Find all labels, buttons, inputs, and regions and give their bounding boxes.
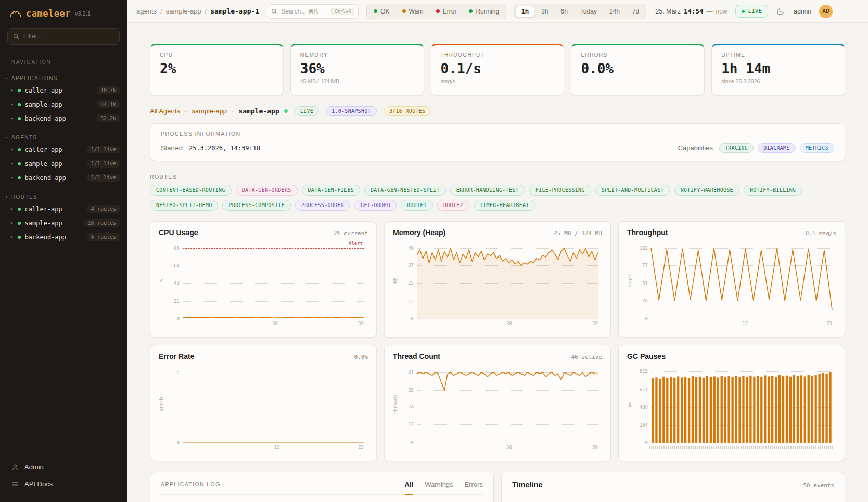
section-label: AGENTS <box>11 135 37 140</box>
status-dot <box>402 9 406 13</box>
route-pill-get-order[interactable]: GET-ORDER <box>354 200 397 211</box>
logo[interactable]: cameleer v3.2.1 <box>0 0 127 25</box>
chart-title: Error Rate <box>159 352 194 361</box>
sidebar-item-agents-backend-app[interactable]: ▸ backend-app 1/1 live <box>0 171 127 185</box>
agent-crumb-sample-app[interactable]: sample-app <box>192 107 227 115</box>
overlapping-x-labels <box>649 446 834 449</box>
logo-name: cameleer <box>26 8 71 19</box>
time-range-1h[interactable]: 1h <box>516 6 534 17</box>
route-pill-notify-billing[interactable]: NOTIFY-BILLING <box>744 185 802 196</box>
route-pill-file-processing[interactable]: FILE-PROCESSING <box>529 185 591 196</box>
time-range-24h[interactable]: 24h <box>604 6 626 17</box>
chevron-right-icon: ▸ <box>11 207 14 211</box>
agent-crumb-all-agents[interactable]: All Agents <box>150 107 180 115</box>
status-filter-running[interactable]: Running <box>463 6 505 17</box>
alert-label: Alert <box>349 241 363 246</box>
route-pill-notify-warehouse[interactable]: NOTIFY-WAREHOUSE <box>674 185 739 196</box>
gridline <box>417 319 598 319</box>
routes-block: ROUTES CONTENT-BASED-ROUTINGDATA-GEN-ORD… <box>150 174 845 211</box>
stat-card-errors: ERRORS 0.0% <box>571 44 705 96</box>
sidebar-item-badge: 16 routes <box>84 219 120 227</box>
sidebar-filter[interactable] <box>7 28 120 45</box>
route-pill-process-order[interactable]: PROCESS-ORDER <box>295 200 350 211</box>
section-header-routes[interactable]: ROUTES <box>0 192 127 202</box>
footer-item-admin[interactable]: Admin <box>0 458 127 475</box>
global-search[interactable]: Ctrl+K <box>267 4 359 19</box>
log-tab-errors[interactable]: Errors <box>465 481 483 495</box>
stats-row: CPU 2% MEMORY 36% 45 MB / 124 MB THROUGH… <box>150 44 845 96</box>
avatar[interactable]: AD <box>819 5 833 18</box>
status-dot <box>18 148 21 151</box>
sidebar-item-badge: 1/1 live <box>87 146 120 153</box>
breadcrumb-item-sample-app-1[interactable]: sample-app-1 <box>210 7 259 15</box>
route-pill-data-gen-files[interactable]: DATA-GEN-FILES <box>302 185 361 196</box>
user-icon <box>11 464 19 471</box>
agent-separator: · <box>232 107 234 115</box>
stat-value: 1h 14m <box>721 61 835 76</box>
sidebar: cameleer v3.2.1 NAVIGATION APPLICATIONS … <box>0 0 127 502</box>
sidebar-item-routes-backend-app[interactable]: ▸ backend-app 6 routes <box>0 230 127 244</box>
range-dash: — <box>707 8 713 15</box>
route-pill-route1[interactable]: ROUTE1 <box>401 200 433 211</box>
sidebar-item-agents-sample-app[interactable]: ▸ sample-app 1/1 live <box>0 157 127 171</box>
footer-item-api-docs[interactable]: API Docs <box>0 475 127 493</box>
sidebar-item-routes-caller-app[interactable]: ▸ caller-app 4 routes <box>0 202 127 216</box>
live-badge[interactable]: LIVE <box>735 5 769 18</box>
status-dot <box>374 9 377 13</box>
time-range-6h[interactable]: 6h <box>555 6 573 17</box>
route-pill-data-gen-nested-split[interactable]: DATA-GEN-NESTED-SPLIT <box>364 185 446 196</box>
breadcrumb-item-sample-app[interactable]: sample-app <box>166 7 201 15</box>
timeline-title: Timeline <box>512 481 543 489</box>
route-pill-timer-heartbeat[interactable]: TIMER-HEARTBEAT <box>474 200 535 211</box>
chart-plot: threads 0 12 24 35 473059 <box>393 364 602 452</box>
sidebar-item-applications-sample-app[interactable]: ▸ sample-app 84.1k <box>0 97 127 111</box>
sidebar-item-label: sample-app <box>25 101 62 108</box>
status-filter-error[interactable]: Error <box>430 6 463 17</box>
route-pill-content-based-routing[interactable]: CONTENT-BASED-ROUTING <box>150 185 232 196</box>
chevron-right-icon: ▸ <box>11 147 14 152</box>
app-root: cameleer v3.2.1 NAVIGATION APPLICATIONS … <box>0 0 868 502</box>
stat-value: 0.0% <box>581 61 695 76</box>
route-pill-process-composite[interactable]: PROCESS-COMPOSITE <box>222 200 290 211</box>
capabilities-label: Capabilities <box>678 144 713 152</box>
status-dot <box>18 89 21 92</box>
sidebar-item-label: caller-app <box>25 146 62 153</box>
time-range-7d[interactable]: 7d <box>627 6 645 17</box>
sidebar-item-badge: 1/1 live <box>87 160 120 168</box>
status-filter-ok[interactable]: OK <box>368 6 395 17</box>
section-header-applications[interactable]: APPLICATIONS <box>0 73 127 83</box>
x-tick-label: 30 <box>506 321 512 326</box>
search-input[interactable] <box>281 8 327 15</box>
sidebar-item-label: sample-app <box>25 160 62 168</box>
capability-diagrams: DIAGRAMS <box>758 143 796 153</box>
sidebar-item-agents-caller-app[interactable]: ▸ caller-app 1/1 live <box>0 143 127 157</box>
filter-input[interactable] <box>23 33 114 40</box>
breadcrumb-item-agents[interactable]: agents <box>136 7 157 15</box>
route-pill-nested-split-demo[interactable]: NESTED-SPLIT-DEMO <box>150 200 218 211</box>
status-dot <box>18 103 21 106</box>
chart-stat: 46 active <box>571 354 602 361</box>
dark-mode-toggle[interactable] <box>776 6 786 16</box>
log-tab-all[interactable]: All <box>405 481 414 495</box>
status-filter-warn[interactable]: Warn <box>397 6 429 17</box>
sidebar-item-routes-sample-app[interactable]: ▸ sample-app 16 routes <box>0 216 127 230</box>
sidebar-item-applications-caller-app[interactable]: ▸ caller-app 10.7k <box>0 83 127 97</box>
capability-tracing: TRACING <box>719 143 754 153</box>
navigation-label: NAVIGATION <box>0 47 127 66</box>
gridline <box>183 319 364 319</box>
x-tick-label: 59 <box>358 321 364 326</box>
x-tick-label: 12 <box>743 321 748 326</box>
sidebar-item-applications-backend-app[interactable]: ▸ backend-app 32.2k <box>0 111 127 125</box>
time-range-3h[interactable]: 3h <box>535 6 554 17</box>
route-pill-route2[interactable]: ROUTE2 <box>437 200 469 211</box>
stat-label: THROUGHPUT <box>441 52 555 58</box>
route-pill-data-gen-orders[interactable]: DATA-GEN-ORDERS <box>236 185 298 196</box>
section-header-agents[interactable]: AGENTS <box>0 133 127 143</box>
chart-canvas <box>651 368 832 443</box>
route-pill-split-and-multicast[interactable]: SPLIT-AND-MULTICAST <box>595 185 670 196</box>
time-range-today[interactable]: Today <box>575 6 603 17</box>
log-tab-warnings[interactable]: Warnings <box>425 481 453 495</box>
route-pill-error-handling-test[interactable]: ERROR-HANDLING-TEST <box>450 185 525 196</box>
log-tabs: AllWarningsErrors <box>405 481 483 488</box>
agent-current-sample-app: sample-app <box>238 107 279 115</box>
